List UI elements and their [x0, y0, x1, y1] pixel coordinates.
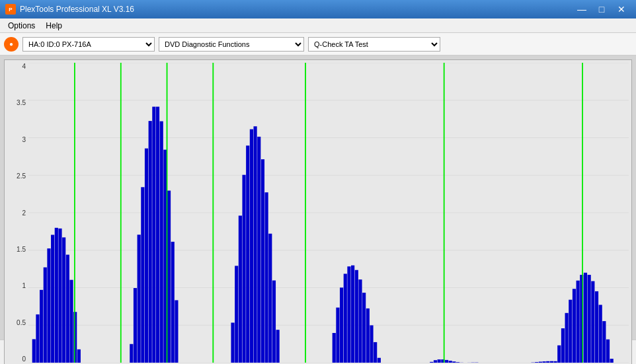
close-button[interactable]: ✕	[612, 3, 631, 16]
chart-top-area	[28, 63, 629, 363]
titlebar-left: P PlexTools Professional XL V3.16	[5, 4, 134, 15]
menu-bar: Options Help	[0, 18, 636, 33]
menu-help[interactable]: Help	[40, 20, 67, 32]
chart-top-canvas	[28, 63, 629, 363]
function-select[interactable]: DVD Diagnostic Functions	[159, 37, 304, 52]
title-bar: P PlexTools Professional XL V3.16 — □ ✕	[0, 0, 636, 18]
minimize-button[interactable]: —	[573, 3, 591, 16]
drive-select[interactable]: HA:0 ID:0 PX-716A	[22, 37, 155, 52]
chart-top-container: 4 3.5 3 2.5 2 1.5 1 0.5 0 2 3 4 5 6 7 8 …	[4, 59, 632, 364]
titlebar-controls: — □ ✕	[573, 3, 631, 16]
drive-icon: ●	[4, 37, 19, 52]
y-axis-top: 4 3.5 3 2.5 2 1.5 1 0.5 0	[5, 63, 28, 363]
toolbar: ● HA:0 ID:0 PX-716A DVD Diagnostic Funct…	[0, 33, 636, 55]
menu-options[interactable]: Options	[3, 20, 40, 32]
app-icon: P	[5, 4, 16, 15]
window-title: PlexTools Professional XL V3.16	[20, 5, 134, 14]
main-content: 4 3.5 3 2.5 2 1.5 1 0.5 0 2 3 4 5 6 7 8 …	[0, 55, 636, 340]
test-select[interactable]: Q-Check TA Test	[308, 37, 440, 52]
maximize-button[interactable]: □	[592, 3, 611, 16]
